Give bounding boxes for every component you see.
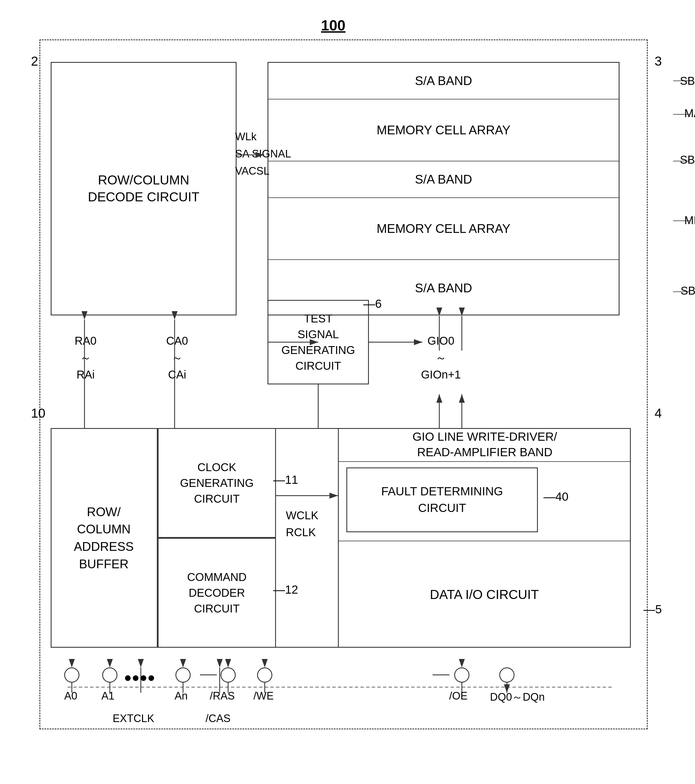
side-label-mb: MB — [684, 214, 695, 227]
pin-label-an: An — [175, 690, 188, 702]
corner-label-3: 3 — [654, 53, 662, 69]
label-12: —12 — [273, 583, 298, 596]
sa-band-mid: S/A BAND — [268, 161, 619, 198]
test-signal-label: TESTSIGNALGENERATINGCIRCUIT — [281, 311, 355, 374]
pin-label-cas: /CAS — [206, 713, 231, 725]
cmd-box: COMMANDDECODERCIRCUIT — [158, 538, 276, 648]
sa-band-top: S/A BAND — [268, 63, 619, 99]
label-40: —40 — [543, 490, 568, 504]
pin-dots: ●●●● — [124, 670, 155, 685]
ca-signal-label: CA0～CAi — [166, 332, 188, 383]
label-6: —6 — [363, 297, 382, 311]
corner-label-2: 2 — [31, 53, 38, 69]
gio-signal-label: GIO0～GIOn+1 — [421, 332, 461, 383]
ra-signal-label: RA0～RAi — [75, 332, 97, 383]
pin-label-extclk: EXTCLK — [113, 713, 154, 725]
mem-cell-array-bot: MEMORY CELL ARRAY — [268, 198, 619, 260]
pin-label-a0: A0 — [64, 690, 77, 702]
rc-decode-label: ROW/COLUMNDECODE CIRCUIT — [88, 172, 199, 206]
fault-box: FAULT DETERMININGCIRCUIT — [346, 468, 538, 532]
chip-number-label: 100 — [321, 17, 346, 34]
memory-section: S/A BAND MEMORY CELL ARRAY S/A BAND MEMO… — [267, 62, 619, 315]
cmd-label: COMMANDDECODERCIRCUIT — [187, 569, 246, 616]
data-io-box: DATA I/O CIRCUIT — [338, 541, 631, 648]
side-label-ma: MA — [684, 107, 695, 120]
data-io-label: DATA I/O CIRCUIT — [430, 587, 539, 602]
pin-label-ras: /RAS — [210, 690, 235, 702]
rcab-box: ROW/COLUMNADDRESSBUFFER — [51, 428, 158, 648]
rcab-label: ROW/COLUMNADDRESSBUFFER — [74, 503, 134, 573]
pin-label-a1: A1 — [101, 690, 114, 702]
label-11: —11 — [273, 473, 298, 487]
corner-label-10: 10 — [31, 405, 45, 421]
rc-decode-box: ROW/COLUMNDECODE CIRCUIT — [51, 62, 237, 315]
pin-separator-r — [433, 674, 450, 675]
side-label-sbb: SBb — [680, 153, 695, 166]
clock-label: CLOCKGENERATINGCIRCUIT — [180, 459, 254, 507]
diagram-container: 100 2 3 10 4 ROW/COLUMNDECODE CIRCUIT S/… — [23, 17, 670, 766]
pin-label-dq: DQ0～DQn — [490, 690, 545, 704]
pin-label-oe: /OE — [449, 690, 468, 702]
side-label-sbc: SBc — [681, 285, 695, 297]
wclk-rclk-label: WCLKRCLK — [286, 507, 318, 541]
gio-line-header: GIO LINE WRITE-DRIVER/READ-AMPLIFIER BAN… — [339, 428, 631, 462]
side-label-sba: SBa — [680, 75, 695, 87]
mem-cell-array-top: MEMORY CELL ARRAY — [268, 99, 619, 161]
test-signal-box: TESTSIGNALGENERATINGCIRCUIT — [267, 300, 369, 384]
pin-separator — [200, 674, 217, 675]
corner-label-4: 4 — [654, 405, 662, 421]
fault-label: FAULT DETERMININGCIRCUIT — [381, 483, 503, 517]
pin-label-we: /WE — [254, 690, 274, 702]
clock-box: CLOCKGENERATINGCIRCUIT — [158, 428, 276, 538]
clk-cmd-section: CLOCKGENERATINGCIRCUIT COMMANDDECODERCIR… — [158, 428, 276, 648]
label-5: —5 — [644, 603, 662, 616]
wlk-signal-label: WLkSA SIGNALVACSL — [235, 128, 291, 180]
